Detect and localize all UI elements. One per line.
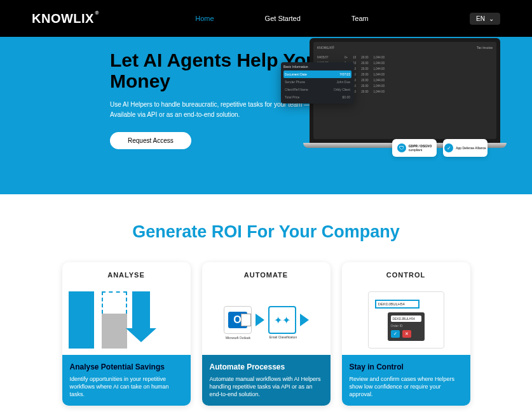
order-field: DEKDJBULH54 — [375, 300, 419, 309]
shield-icon: 🛡 — [397, 143, 406, 152]
automate-visual: OMicrosoft Outlook ✦✦Email Classificatio… — [202, 285, 331, 355]
card-automate: AUTOMATE OMicrosoft Outlook ✦✦Email Clas… — [202, 262, 331, 406]
nav-team[interactable]: Team — [351, 15, 369, 22]
cards-row: ANALYSE Analyse Potential Savings Identi… — [0, 262, 532, 406]
lang-label: EN — [476, 15, 485, 22]
card-analyse: ANALYSE Analyse Potential Savings Identi… — [62, 262, 191, 406]
analyse-visual — [62, 285, 191, 355]
chevron-down-icon: ⌄ — [489, 15, 494, 22]
card-title: Automate Processes — [210, 362, 323, 371]
nav-get-started[interactable]: Get Started — [265, 15, 301, 22]
close-icon: ✕ — [402, 330, 411, 338]
navbar: KNOWLIX® Home Get Started Team EN ⌄ — [0, 0, 532, 37]
arrow-right-icon — [256, 314, 264, 326]
card-text: Review and confirm cases where Helpers s… — [350, 375, 463, 398]
language-select[interactable]: EN ⌄ — [470, 13, 500, 25]
section-title: Generate ROI For Your Company — [0, 222, 532, 242]
card-category: CONTROL — [342, 262, 470, 285]
check-icon: ✓ — [391, 330, 400, 338]
hero-mockup: KNOWLIX® Tax Invoice M405/070+1020.001,0… — [310, 38, 500, 148]
mock-popup: Basic Information Document Date7/07/23 S… — [281, 62, 354, 103]
roi-section: Generate ROI For Your Company ANALYSE An… — [0, 194, 532, 406]
card-control: CONTROL DEKDJBULH54 DEKDJBULH54 Order ID… — [342, 262, 470, 406]
hero: Let AI Agents Help Your Company Save Mon… — [0, 37, 532, 194]
nav-links: Home Get Started Team — [195, 15, 369, 22]
arrow-right-icon — [300, 314, 309, 326]
tooltip: DEKDJBULH54 Order ID ✓✕ — [388, 312, 425, 341]
logo: KNOWLIX® — [32, 11, 94, 26]
card-text: Identify opportunities in your repetitiv… — [70, 375, 183, 398]
gdpr-badge: 🛡 GDPR / DSGVOcompliant — [392, 139, 437, 157]
badges: 🛡 GDPR / DSGVOcompliant ✓ App Defense Al… — [392, 139, 488, 157]
control-visual: DEKDJBULH54 DEKDJBULH54 Order ID ✓✕ — [342, 285, 470, 355]
card-title: Stay in Control — [350, 362, 463, 371]
outlook-icon: OMicrosoft Outlook — [224, 306, 252, 334]
laptop-frame: KNOWLIX® Tax Invoice M405/070+1020.001,0… — [310, 38, 500, 143]
card-category: AUTOMATE — [202, 262, 331, 285]
request-access-button[interactable]: Request Access — [110, 132, 191, 149]
card-title: Analyse Potential Savings — [70, 362, 183, 371]
check-shield-icon: ✓ — [444, 143, 453, 152]
nav-home[interactable]: Home — [195, 15, 214, 22]
card-text: Automate manual workflows with AI Helper… — [210, 375, 323, 398]
stars-icon: ✦✦Email Classification — [268, 306, 296, 334]
app-defense-badge: ✓ App Defense Alliance — [443, 139, 488, 157]
card-category: ANALYSE — [62, 262, 191, 285]
